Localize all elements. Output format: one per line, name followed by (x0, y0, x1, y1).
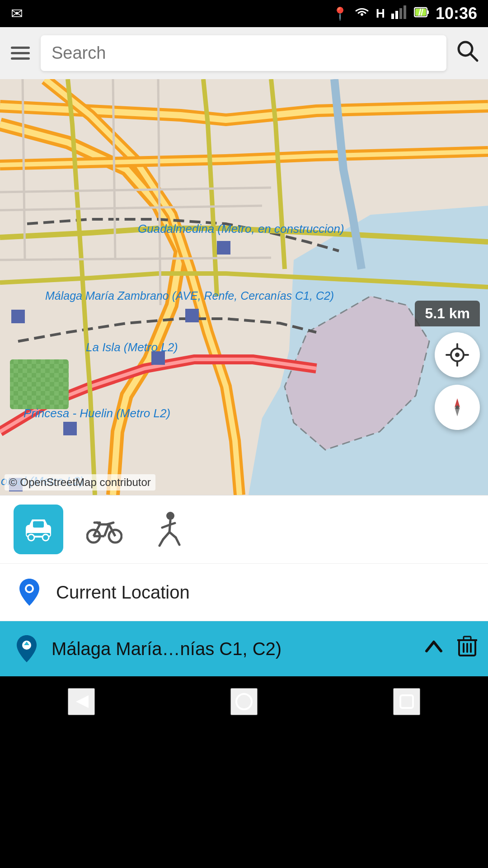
battery-icon (414, 6, 429, 22)
destination-row[interactable]: Málaga María…nías C1, C2) (0, 621, 488, 676)
svg-rect-3 (404, 5, 406, 19)
svg-rect-16 (217, 241, 230, 255)
map-copyright: © OpenStreetMap contributor (5, 474, 155, 491)
svg-point-64 (236, 694, 252, 709)
svg-point-55 (27, 586, 32, 591)
svg-text:Princesa - Huelin (Metro L2): Princesa - Huelin (Metro L2) (23, 406, 170, 420)
svg-rect-0 (391, 14, 394, 19)
transport-tab-walk[interactable] (145, 505, 195, 554)
svg-point-35 (455, 406, 459, 409)
svg-rect-1 (395, 11, 398, 19)
home-button[interactable] (230, 688, 258, 715)
svg-point-39 (42, 534, 49, 541)
svg-line-47 (169, 520, 170, 532)
svg-point-38 (28, 534, 34, 541)
search-bar (0, 27, 488, 79)
svg-line-48 (162, 525, 169, 528)
delete-button[interactable] (457, 636, 477, 662)
menu-button[interactable] (9, 45, 32, 61)
transport-tab-bike[interactable] (80, 505, 129, 554)
compass-button[interactable] (435, 385, 480, 430)
mail-icon: ✉ (11, 5, 23, 22)
svg-point-28 (455, 353, 460, 357)
bottom-panel: Current Location Málaga María…nías C1, C… (0, 495, 488, 676)
svg-line-50 (163, 532, 169, 539)
expand-button[interactable] (424, 637, 444, 661)
svg-rect-20 (63, 422, 77, 435)
time-display: 10:36 (436, 4, 477, 23)
transport-tab-car[interactable] (14, 505, 63, 554)
current-location-pin-icon (14, 576, 45, 608)
status-right-icons: 📍 H (332, 4, 477, 23)
wifi-icon (354, 6, 370, 22)
status-bar: ✉ 📍 H (0, 0, 488, 27)
svg-rect-18 (11, 310, 25, 323)
status-left-icons: ✉ (11, 5, 23, 22)
svg-line-10 (470, 54, 477, 61)
map-container[interactable]: Guadalmedina (Metro, en construccion) Má… (0, 79, 488, 495)
destination-pin-icon (11, 633, 42, 665)
signal-icon (391, 5, 408, 22)
svg-rect-65 (400, 695, 413, 708)
svg-marker-63 (76, 695, 89, 708)
recent-apps-button[interactable] (393, 688, 420, 715)
gps-icon: 📍 (332, 6, 348, 21)
svg-rect-2 (399, 8, 402, 19)
search-icon[interactable] (455, 39, 479, 67)
svg-rect-62 (464, 637, 471, 640)
scale-badge: 5.1 km (415, 301, 480, 326)
svg-line-53 (176, 538, 179, 545)
transport-tabs (0, 495, 488, 564)
back-button[interactable] (68, 688, 95, 715)
network-h-icon: H (376, 6, 385, 21)
svg-text:Guadalmedina (Metro, en constr: Guadalmedina (Metro, en construccion) (138, 222, 344, 236)
svg-line-51 (160, 539, 163, 546)
svg-rect-5 (427, 10, 429, 14)
current-location-text: Current Location (56, 582, 190, 603)
svg-rect-13 (10, 359, 69, 409)
svg-point-46 (166, 512, 174, 520)
svg-text:Málaga María Zambrano (AVE, Re: Málaga María Zambrano (AVE, Renfe, Cerca… (45, 289, 334, 302)
my-location-button[interactable] (435, 332, 480, 377)
search-input[interactable] (41, 35, 446, 71)
svg-rect-40 (33, 521, 44, 528)
svg-text:La Isla (Metro L2): La Isla (Metro L2) (86, 340, 178, 354)
current-location-row[interactable]: Current Location (0, 564, 488, 621)
map-buttons (435, 332, 480, 430)
destination-text: Málaga María…nías C1, C2) (52, 639, 415, 659)
svg-line-52 (169, 532, 176, 538)
android-nav-bar (0, 676, 488, 727)
svg-line-43 (107, 523, 113, 524)
svg-rect-17 (185, 309, 199, 322)
